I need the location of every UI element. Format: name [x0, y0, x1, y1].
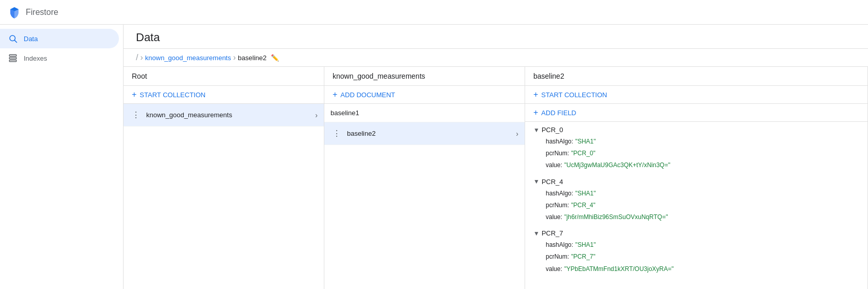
collection-item-known-good[interactable]: ⋮ known_good_measurements ›	[124, 104, 324, 127]
add-field-btn[interactable]: + ADD FIELD	[525, 104, 867, 122]
collection-panel: known_good_measurements + ADD DOCUMENT b…	[324, 67, 525, 289]
doc-item-name-baseline2: baseline2	[347, 130, 512, 137]
doc-start-collection-label: START COLLECTION	[541, 91, 607, 99]
top-bar: Firestore	[0, 0, 868, 25]
pcr0-hashalgo-value: "SHA1"	[575, 137, 596, 147]
pcr4-value-key: value:	[546, 212, 562, 222]
svg-rect-3	[9, 58, 16, 59]
pcr7-value: value: "YPbEbATMmFnd1kXRT/OU3joXyRA="	[533, 263, 867, 275]
chevron-right-icon: ›	[315, 111, 318, 119]
sidebar: Data Indexes	[0, 25, 124, 289]
sidebar-item-data-label: Data	[24, 35, 38, 43]
pcr0-hashalgo: hashAlgo: "SHA1"	[533, 136, 867, 148]
expand-icon-pcr4: ▼	[533, 178, 540, 185]
pcr0-expand[interactable]: ▼ PCR_0	[525, 124, 867, 136]
root-panel-content: ⋮ known_good_measurements ›	[124, 104, 324, 289]
breadcrumb-chevron2: ›	[233, 53, 236, 62]
pcr4-hashalgo-value: "SHA1"	[575, 189, 596, 198]
root-panel: Root + START COLLECTION ⋮ known_good_mea…	[124, 67, 324, 289]
collection-item-name: known_good_measurements	[146, 111, 311, 119]
breadcrumb-root-sep: /	[136, 53, 138, 62]
root-start-collection-btn[interactable]: + START COLLECTION	[124, 86, 324, 104]
pcr0-pcrnum: pcrNum: "PCR_0"	[533, 148, 867, 159]
pcr4-pcrnum: pcrNum: "PCR_4"	[533, 200, 867, 211]
pcr0-pcrnum-key: pcrNum:	[546, 149, 569, 158]
pcr4-section: ▼ PCR_4 hashAlgo: "SHA1" pcrNum: "PCR_4"	[525, 174, 867, 226]
pcr7-value-key: value:	[546, 264, 562, 274]
plus-icon: +	[132, 90, 136, 99]
breadcrumb: / › known_good_measurements › baseline2 …	[124, 49, 868, 67]
pcr4-value: value: "jh6r/mMhiBiz96SmSuOVxuNqRTQ="	[533, 211, 867, 223]
app-title: Firestore	[26, 8, 58, 17]
pcr4-expand[interactable]: ▼ PCR_4	[525, 176, 867, 188]
pcr7-hashalgo: hashAlgo: "SHA1"	[533, 239, 867, 251]
pcr4-pcrnum-value: "PCR_4"	[571, 201, 595, 210]
data-icon	[8, 34, 18, 43]
pcr4-hashalgo: hashAlgo: "SHA1"	[533, 188, 867, 200]
document-item-baseline1[interactable]: baseline1	[324, 104, 525, 122]
pcr7-expand[interactable]: ▼ PCR_7	[525, 227, 867, 239]
pcr7-pcrnum-key: pcrNum:	[546, 252, 569, 262]
add-field-label: ADD FIELD	[541, 109, 576, 117]
pcr7-name: PCR_7	[542, 229, 563, 237]
breadcrumb-current: baseline2	[238, 54, 267, 62]
main-layout: Data Indexes Data / › known_good_measure…	[0, 25, 868, 289]
breadcrumb-chevron: ›	[140, 53, 143, 62]
pcr0-hashalgo-key: hashAlgo:	[546, 137, 573, 147]
pcr4-fields: hashAlgo: "SHA1" pcrNum: "PCR_4" value: …	[525, 188, 867, 224]
app-logo: Firestore	[8, 6, 58, 19]
pcr0-pcrnum-value: "PCR_0"	[571, 149, 595, 158]
indexes-icon	[8, 53, 18, 63]
page-title: Data	[136, 31, 160, 44]
add-document-label: ADD DOCUMENT	[340, 91, 395, 99]
pcr7-pcrnum-value: "PCR_7"	[571, 252, 595, 262]
pcr0-value-key: value:	[546, 160, 562, 170]
pcr4-hashalgo-key: hashAlgo:	[546, 189, 573, 198]
pcr7-value-value: "YPbEbATMmFnd1kXRT/OU3joXyRA="	[564, 264, 673, 274]
item-dots-icon2[interactable]: ⋮	[331, 128, 343, 139]
expand-icon-pcr7: ▼	[533, 230, 540, 237]
edit-icon[interactable]: ✏️	[271, 54, 279, 62]
content-area: Data / › known_good_measurements › basel…	[124, 25, 868, 289]
collection-panel-content: baseline1 ⋮ baseline2 ›	[324, 104, 525, 289]
pcr0-name: PCR_0	[542, 126, 563, 134]
pcr0-fields: hashAlgo: "SHA1" pcrNum: "PCR_0" value: …	[525, 136, 867, 172]
document-panel: baseline2 + START COLLECTION + ADD FIELD…	[525, 67, 868, 289]
panels: Root + START COLLECTION ⋮ known_good_mea…	[124, 67, 868, 289]
pcr7-hashalgo-key: hashAlgo:	[546, 240, 573, 250]
plus-icon-field: +	[533, 108, 538, 117]
doc-item-name-baseline1: baseline1	[331, 109, 518, 117]
chevron-right-icon2: ›	[516, 130, 518, 138]
pcr4-value-value: "jh6r/mMhiBiz96SmSuOVxuNqRTQ="	[564, 212, 668, 222]
sidebar-item-data[interactable]: Data	[0, 29, 119, 48]
pcr0-value-value: "UcMj3gwMaU9GAc3QK+tY/xNin3Q="	[564, 160, 670, 170]
firestore-logo-icon	[8, 6, 21, 19]
pcr7-pcrnum: pcrNum: "PCR_7"	[533, 251, 867, 263]
pcr7-hashalgo-value: "SHA1"	[575, 240, 596, 250]
svg-rect-4	[9, 60, 16, 62]
pcr4-pcrnum-key: pcrNum:	[546, 201, 569, 210]
sidebar-item-indexes-label: Indexes	[24, 55, 47, 62]
document-item-baseline2[interactable]: ⋮ baseline2 ›	[324, 122, 525, 145]
pcr4-name: PCR_4	[542, 178, 563, 186]
pcr7-fields: hashAlgo: "SHA1" pcrNum: "PCR_7" value: …	[525, 239, 867, 275]
root-start-collection-label: START COLLECTION	[140, 91, 205, 99]
plus-icon-start: +	[533, 90, 538, 99]
item-dots-icon[interactable]: ⋮	[130, 109, 142, 121]
plus-icon-doc: +	[333, 90, 337, 99]
doc-start-collection-btn[interactable]: + START COLLECTION	[525, 86, 867, 104]
pcr7-section: ▼ PCR_7 hashAlgo: "SHA1" pcrNum: "PCR_7"	[525, 225, 867, 277]
document-panel-header: baseline2	[525, 67, 867, 86]
collection-panel-header: known_good_measurements	[324, 67, 525, 86]
root-panel-header: Root	[124, 67, 324, 86]
pcr0-section: ▼ PCR_0 hashAlgo: "SHA1" pcrNum: "PCR_0"	[525, 122, 867, 174]
pcr0-value: value: "UcMj3gwMaU9GAc3QK+tY/xNin3Q="	[533, 159, 867, 171]
breadcrumb-link-collection[interactable]: known_good_measurements	[145, 54, 231, 62]
svg-line-1	[14, 40, 16, 42]
sidebar-item-indexes[interactable]: Indexes	[0, 48, 119, 68]
expand-icon-pcr0: ▼	[533, 127, 540, 134]
page-header: Data	[124, 25, 868, 49]
add-document-btn[interactable]: + ADD DOCUMENT	[324, 86, 525, 104]
svg-rect-2	[9, 55, 16, 56]
